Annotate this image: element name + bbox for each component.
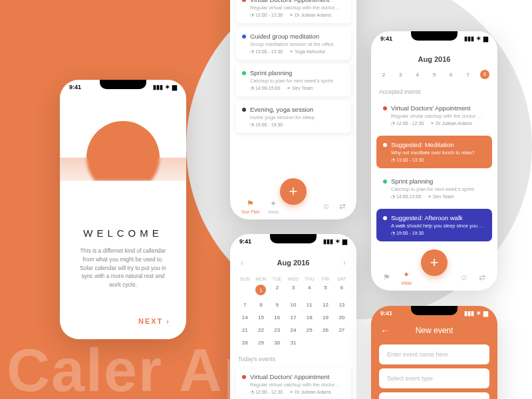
event-title: Guided group meditation [250,33,344,40]
swap-icon: ⇄ [339,201,346,211]
todays-events-label: Today's events [230,349,356,364]
day-cell[interactable]: 31 [285,336,301,349]
day-cell[interactable]: 28 [237,336,253,349]
event-card[interactable]: Virtual Doctors' Appointment Regular vir… [235,0,351,23]
week-title: Aug 2016 [418,55,451,63]
event-card[interactable]: Sprint planning Catchup to plan for next… [376,172,492,205]
day-cell[interactable]: 3 [285,281,301,299]
event-card[interactable]: Guided group meditation Group meditation… [235,27,351,60]
day-cell[interactable]: 15 [253,311,269,324]
day-cell[interactable]: 5 [317,281,333,299]
day-cell[interactable]: 14 [237,311,253,324]
accepted-label: Accepted events [371,82,497,96]
prev-month-button[interactable]: ‹ [241,258,243,267]
clock-icon: ◔ 19:00 - 19:30 [250,122,283,128]
day-cell[interactable]: 22 [253,324,269,336]
tab-yourplan[interactable]: ⚑ [383,273,390,282]
day-selected[interactable]: 1 [255,285,266,295]
welcome-title: WELCOME [60,227,186,239]
day-cell[interactable]: 18 [301,311,317,324]
tab-transfer[interactable]: ⇄ [339,201,346,211]
weekday-cell[interactable]: 4 [413,72,422,78]
day-cell[interactable]: 13 [334,299,350,311]
weekday-cell[interactable]: 7 [464,72,473,78]
back-button[interactable]: ← [380,325,390,336]
next-month-button[interactable]: › [343,258,346,267]
user-icon: ☺ [323,201,331,211]
month-title: Aug 2016 [277,259,310,267]
week-strip[interactable]: 2345678 [371,67,497,82]
bulb-icon: ✦ [403,270,410,279]
phone-month: 9:41▮▮▮✶▆ ‹Aug 2016› SUNMONTUEWEDTHUFRIS… [230,234,356,399]
day-cell[interactable]: 19 [317,311,333,324]
people-icon: ⚭ Dev Team [287,86,313,91]
flag-icon: ⚑ [383,273,390,282]
tabbar: ⚑Your Plan ✦Ideas ☺ ⇄ [230,193,356,219]
form-field[interactable]: Set event date [379,392,489,399]
day-cell[interactable]: 29 [253,336,269,349]
weekday-cell[interactable]: 5 [430,72,439,78]
weekday-cell[interactable]: 6 [446,72,456,78]
weekday-cell[interactable]: 3 [396,72,405,78]
day-cell[interactable]: 10 [285,299,301,311]
day-cell[interactable]: 6 [334,281,350,299]
event-card[interactable]: Virtual Doctors' Appointment Regular vir… [235,368,351,399]
day-cell[interactable]: 17 [285,311,301,324]
day-cell[interactable]: 23 [269,324,285,336]
day-cell[interactable]: 9 [269,299,285,311]
day-cell[interactable]: 21 [237,324,253,336]
tab-profile[interactable]: ☺ [323,201,331,211]
day-cell[interactable]: 26 [317,324,333,336]
day-cell[interactable]: 25 [301,324,317,336]
phone-event-list: Virtual Doctors' Appointment Regular vir… [230,0,356,219]
phone-week: 9:41▮▮▮✶▆ Aug 2016 2345678 Accepted even… [371,31,497,291]
flag-icon: ⚑ [247,199,254,208]
day-cell[interactable]: 24 [285,324,301,336]
day-cell[interactable]: 16 [269,311,285,324]
form-field[interactable]: Enter event name here [379,344,489,364]
day-cell[interactable]: 2 [269,281,285,299]
event-card[interactable]: Virtual Doctors' Appointment Regular vir… [376,99,492,132]
tab-yourplan[interactable]: ⚑Your Plan [241,199,259,214]
event-title: Virtual Doctors' Appointment [250,0,344,3]
event-title: Sprint planning [250,69,344,76]
tab-ideas[interactable]: ✦Ideas [401,270,412,285]
new-event-title: New event [416,326,454,335]
tab-profile[interactable]: ☺ [460,273,467,282]
clock-icon: ◔ 13:00 - 13:30 [250,49,283,55]
bulb-icon: ✦ [270,199,277,208]
tab-ideas[interactable]: ✦Ideas [268,199,279,214]
event-desc: Regular virtual catchup with the doctor… [250,5,344,11]
swap-icon: ⇄ [479,273,485,282]
event-card[interactable]: Sprint planning Catchup to plan for next… [235,64,351,96]
event-dot [242,108,246,112]
event-dot [242,71,246,75]
day-cell[interactable]: 8 [253,299,269,311]
tab-transfer[interactable]: ⇄ [479,273,485,282]
form-field[interactable]: Select event type [379,368,489,388]
day-cell[interactable]: 11 [301,299,317,311]
next-button[interactable]: NEXT › [60,297,186,325]
user-icon: ☺ [460,273,467,282]
day-cell[interactable]: 4 [301,281,317,299]
event-desc: Group meditation session at the office [250,41,344,47]
weekday-cell[interactable]: 8 [480,70,489,79]
weekday-cell[interactable]: 2 [379,72,388,78]
phone-welcome: 9:41▮▮▮✶▆ WELCOME This is a differnet ki… [60,80,186,339]
day-cell[interactable]: 7 [237,299,253,311]
event-desc: Home yoga session for sleep. [250,114,344,120]
day-cell[interactable]: 12 [317,299,333,311]
people-icon: ⚭ Yoga instructor [289,49,325,55]
event-card[interactable]: Evening, yoga session Home yoga session … [235,100,351,133]
people-icon: ⚭ Dr Juliean Adams [289,13,331,18]
suggested-card[interactable]: Suggested: Afteroon walk A walk should h… [376,209,492,241]
day-cell[interactable]: 27 [334,324,350,336]
calendar-grid[interactable]: 1234567891011121314151617181920212223242… [230,281,356,349]
welcome-body: This is a differnet kind of callendar fr… [60,239,186,297]
suggested-card[interactable]: Suggested: Meditation Why not meditate o… [376,136,492,168]
day-cell[interactable]: 30 [269,336,285,349]
event-title: Evening, yoga session [250,106,344,113]
status-icons: ▮▮▮✶▆ [153,84,177,90]
day-cell[interactable]: 20 [334,311,350,324]
event-dot [242,35,246,39]
